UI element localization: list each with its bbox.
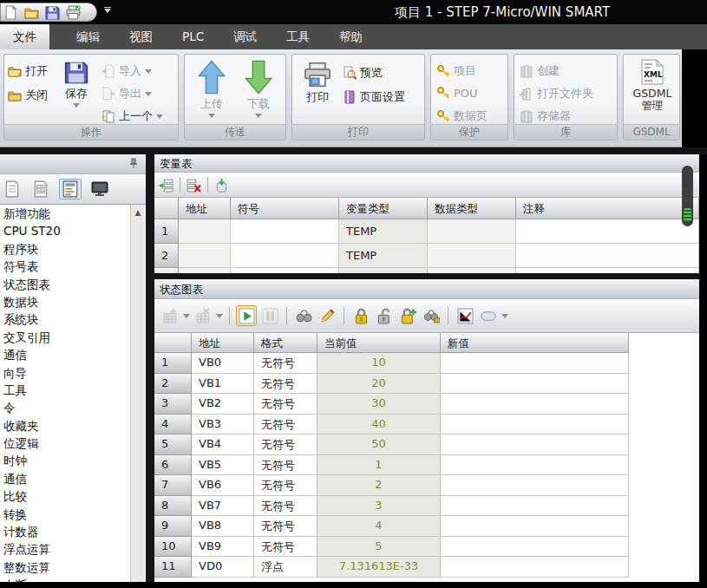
pause-button[interactable]	[259, 305, 280, 326]
new-value-cell[interactable]	[441, 537, 629, 558]
format-cell[interactable]: 无符号	[254, 537, 317, 558]
format-cell[interactable]: 无符号	[254, 374, 317, 395]
tree-item[interactable]: 数据块	[0, 293, 146, 310]
quick-access-save-button[interactable]	[45, 5, 60, 20]
table-cell[interactable]	[179, 219, 231, 244]
protect-data-page-button[interactable]: 数据页	[436, 108, 488, 124]
unlock-button[interactable]	[374, 305, 395, 326]
table-cell[interactable]	[428, 244, 516, 268]
address-cell[interactable]: VB7	[192, 496, 254, 517]
menu-item-1[interactable]: 编辑	[62, 24, 115, 49]
new-value-cell[interactable]	[441, 496, 629, 517]
new-value-cell[interactable]	[441, 434, 629, 455]
bucket-button[interactable]	[214, 178, 229, 193]
address-cell[interactable]: VD0	[192, 557, 254, 578]
tree-item[interactable]: CPU ST20	[0, 222, 146, 239]
address-cell[interactable]: VB8	[192, 516, 254, 537]
tree-item[interactable]: 中断	[0, 576, 146, 582]
address-cell[interactable]: VB6	[192, 475, 254, 496]
address-cell[interactable]: VB2	[192, 394, 254, 415]
tree-item[interactable]: 状态图表	[0, 276, 146, 293]
new-value-cell[interactable]	[441, 557, 629, 578]
import-button[interactable]: 导入	[101, 63, 152, 79]
new-value-cell[interactable]	[441, 415, 629, 435]
row-delete-button[interactable]	[187, 178, 201, 193]
library-memory-button[interactable]: 存储器	[520, 108, 571, 124]
scrollbar-thumb[interactable]	[684, 208, 691, 222]
table-cell[interactable]	[516, 219, 699, 244]
format-cell[interactable]: 无符号	[254, 455, 317, 476]
quick-access-print-button[interactable]	[66, 5, 81, 20]
export-button[interactable]: 导出	[101, 86, 152, 101]
address-cell[interactable]: VB3	[192, 415, 254, 435]
new-value-cell[interactable]	[441, 374, 629, 395]
current-value-cell[interactable]: 2	[317, 475, 441, 496]
tree-item[interactable]: 符号表	[0, 258, 146, 275]
menu-item-2[interactable]: 视图	[115, 24, 167, 49]
row-number[interactable]: 4	[154, 415, 192, 435]
format-cell[interactable]: 浮点	[254, 557, 317, 578]
table-cell[interactable]: TEMP	[339, 219, 428, 244]
tree-item[interactable]: 时钟	[0, 452, 146, 469]
row-number[interactable]: 1	[154, 353, 192, 374]
current-value-cell[interactable]: 40	[317, 415, 441, 435]
table-cell[interactable]	[179, 244, 231, 268]
menu-item-3[interactable]: PLC	[167, 24, 219, 49]
table-cell[interactable]	[516, 244, 699, 268]
pencil-button[interactable]	[317, 305, 337, 326]
binoculars-button[interactable]	[293, 305, 314, 326]
format-cell[interactable]: 无符号	[254, 475, 317, 496]
tree-item[interactable]: 通信	[0, 346, 146, 363]
new-value-cell[interactable]	[441, 353, 629, 374]
row-number[interactable]: 1	[154, 219, 179, 244]
sidebar-view-button[interactable]	[2, 180, 23, 199]
protect-pou-button[interactable]: POU	[436, 86, 478, 100]
address-cell[interactable]: VB9	[192, 537, 254, 558]
table-x-button[interactable]	[193, 305, 213, 326]
row-number[interactable]: 11	[154, 557, 192, 578]
library-create-button[interactable]: 创建	[520, 63, 560, 79]
lock-button[interactable]	[350, 305, 371, 326]
tree-item[interactable]: 计数器	[0, 523, 146, 540]
tree-item[interactable]: 浮点运算	[0, 540, 146, 558]
format-cell[interactable]: 无符号	[254, 394, 317, 415]
current-value-cell[interactable]: 10	[317, 353, 441, 374]
save-button[interactable]: 保存	[56, 60, 96, 108]
menu-item-6[interactable]: 帮助	[324, 24, 377, 49]
new-value-cell[interactable]	[441, 516, 629, 537]
lock-plus-button[interactable]	[397, 305, 418, 326]
current-value-cell[interactable]: 1	[317, 455, 441, 476]
tree-item[interactable]: 整数运算	[0, 559, 146, 576]
address-cell[interactable]: VB1	[192, 374, 254, 395]
sidebar-view-button[interactable]	[30, 180, 51, 199]
print-button[interactable]: 打印	[298, 62, 337, 105]
library-open-folder-button[interactable]: 打开文件夹	[520, 86, 593, 101]
current-value-cell[interactable]: 3	[317, 496, 441, 517]
tree-item[interactable]: 交叉引用	[0, 329, 146, 346]
protect-project-button[interactable]: 项目	[436, 63, 476, 79]
quick-access-more-button[interactable]	[104, 7, 111, 13]
page-setup-button[interactable]: 页面设置	[343, 89, 405, 105]
menu-item-5[interactable]: 工具	[272, 24, 324, 49]
row-number[interactable]: 2	[154, 244, 179, 268]
tree-item[interactable]: 通信	[0, 470, 146, 487]
trend-button[interactable]	[455, 305, 475, 326]
row-number[interactable]: 7	[154, 475, 192, 496]
current-value-cell[interactable]: 20	[317, 374, 441, 395]
format-cell[interactable]: 无符号	[254, 415, 317, 435]
tree-item[interactable]: 比较	[0, 487, 146, 505]
row-number[interactable]: 6	[154, 455, 192, 476]
pin-icon[interactable]	[128, 158, 139, 169]
address-cell[interactable]: VB4	[192, 434, 254, 455]
variable-table-scrollbar[interactable]	[682, 166, 693, 226]
quick-access-open-folder-button[interactable]	[24, 5, 39, 20]
download-button[interactable]: 下载	[239, 60, 278, 118]
current-value-cell[interactable]: 30	[317, 394, 441, 415]
table-cell[interactable]	[231, 244, 339, 268]
address-cell[interactable]: VB5	[192, 455, 254, 476]
quick-access-new-file-button[interactable]	[3, 5, 18, 20]
tree-item[interactable]: 工具	[0, 382, 146, 399]
current-value-cell[interactable]: 5	[317, 537, 441, 558]
sidebar-view-button[interactable]	[89, 180, 110, 199]
table-plus-button[interactable]	[160, 305, 180, 326]
